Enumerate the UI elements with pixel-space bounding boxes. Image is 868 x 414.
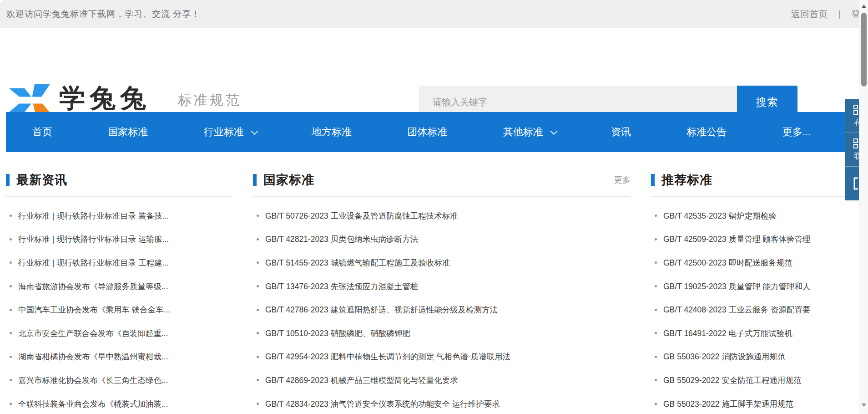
nav-item-national-standards[interactable]: 国家标准 [108,125,148,139]
scrollbar-thumb[interactable] [861,13,867,87]
welcome-text: 欢迎访问学兔兔标准下载网，学习、交流 分享！ [6,0,200,28]
list-item[interactable]: GB/T 42834-2023 油气管道安全仪表系统的功能安全 运行维护要求 [253,392,631,414]
news-list: 行业标准 | 现行铁路行业标准目录 装备技... 行业标准 | 现行铁路行业标准… [6,204,232,414]
list-item[interactable]: 全联科技装备业商会发布《橇装式加油装... [6,392,232,414]
nav-item-more[interactable]: 更多... [782,125,811,139]
section-national-standards: 国家标准 更多 GB/T 50726-2023 工业设备及管道防腐蚀工程技术标准… [253,172,631,414]
list-item[interactable]: GB 55036-2022 消防设施通用规范 [651,345,868,369]
divider [6,196,232,197]
section-latest-news: 最新资讯 行业标准 | 现行铁路行业标准目录 装备技... 行业标准 | 现行铁… [6,172,232,414]
scroll-down-arrow-icon[interactable] [862,404,866,407]
national-standards-list: GB/T 50726-2023 工业设备及管道防腐蚀工程技术标准 GB/T 42… [253,204,631,414]
chevron-down-icon [251,128,258,135]
list-item[interactable]: GB/T 42509-2023 质量管理 顾客体验管理 [651,228,868,251]
section-header: 推荐标准 [651,172,868,188]
list-item[interactable]: GB 55029-2022 安全防范工程通用规范 [651,368,868,392]
list-item[interactable]: 北京市安全生产联合会发布《自装卸起重... [6,322,232,345]
list-item[interactable]: GB/T 19025-2023 质量管理 能力管理和人 [651,275,868,298]
more-link[interactable]: 更多 [614,174,631,185]
section-recommended-standards: 推荐标准 GB/T 42535-2023 锅炉定期检验 GB/T 42509-2… [651,172,868,414]
chevron-down-icon [550,128,557,135]
title-marker [6,174,10,186]
list-item[interactable]: GB/T 50726-2023 工业设备及管道防腐蚀工程技术标准 [253,204,631,228]
list-item[interactable]: GB/T 42500-2023 即时配送服务规范 [651,251,868,275]
divider [253,196,631,197]
list-item[interactable]: 嘉兴市标准化协会发布《长三角生态绿色... [6,368,232,392]
header: 学兔兔 标准规范 搜索 [0,28,868,112]
back-home-link[interactable]: 返回首页 [791,9,828,19]
list-item[interactable]: 湖南省柑橘协会发布《早中熟温州蜜柑栽... [6,345,232,369]
topbar-divider: | [838,9,841,19]
topbar: 欢迎访问学兔兔标准下载网，学习、交流 分享！ 返回首页 | 登录 [0,0,868,28]
list-item[interactable]: 行业标准 | 现行铁路行业标准目录 工程建... [6,251,232,275]
list-item[interactable]: GB/T 16491-2022 电子式万能试验机 [651,322,868,345]
list-item[interactable]: GB/T 10510-2023 硝酸磷肥、硝酸磷钾肥 [253,322,631,345]
title-marker [253,174,257,186]
list-item[interactable]: GB/T 51455-2023 城镇燃气输配工程施工及验收标准 [253,251,631,275]
title-marker [651,174,655,186]
nav-item-industry-standards[interactable]: 行业标准 [204,125,256,139]
list-item[interactable]: GB/T 13476-2023 先张法预应力混凝土管桩 [253,275,631,298]
list-item[interactable]: 行业标准 | 现行铁路行业标准目录 装备技... [6,204,232,228]
section-title: 国家标准 [263,172,314,188]
list-item[interactable]: GB/T 42869-2023 机械产品三维模型简化与轻量化要求 [253,368,631,392]
list-item[interactable]: GB/T 42535-2023 锅炉定期检验 [651,204,868,228]
page: 欢迎访问学兔兔标准下载网，学习、交流 分享！ 返回首页 | 登录 学兔兔 标准规… [0,0,868,414]
nav-item-announcements[interactable]: 标准公告 [686,125,727,139]
brand-tagline: 标准规范 [178,91,242,110]
topbar-links: 返回首页 | 登录 [791,0,868,28]
brand-name[interactable]: 学兔兔 [59,81,151,116]
scroll-up-arrow-icon[interactable] [862,5,866,8]
list-item[interactable]: GB/T 42954-2023 肥料中植物生长调节剂的测定 气相色谱-质谱联用法 [253,345,631,369]
scrollbar [859,0,868,414]
main-nav: 首页 国家标准 行业标准 地方标准 团体标准 其他标准 资讯 标准公告 更多..… [6,112,846,152]
list-item[interactable]: 中国汽车工业协会发布《乘用车 镁合金车... [6,298,232,322]
nav-item-home[interactable]: 首页 [32,125,52,139]
section-header: 国家标准 更多 [253,172,631,188]
recommended-standards-list: GB/T 42535-2023 锅炉定期检验 GB/T 42509-2023 质… [651,204,868,414]
list-item[interactable]: 海南省旅游协会发布《导游服务质量等级... [6,275,232,298]
list-item[interactable]: GB 55023-2022 施工脚手架通用规范 [651,392,868,414]
list-item[interactable]: GB/T 42786-2023 建筑遮阳热舒适、视觉舒适性能分级及检测方法 [253,298,631,322]
nav-item-local-standards[interactable]: 地方标准 [312,125,352,139]
section-title: 最新资讯 [16,172,67,188]
list-item[interactable]: GB/T 42821-2023 贝类包纳米虫病诊断方法 [253,228,631,251]
nav-item-news[interactable]: 资讯 [611,125,631,139]
list-item[interactable]: 行业标准 | 现行铁路行业标准目录 运输服... [6,228,232,251]
list-item[interactable]: GB/T 42408-2023 工业云服务 资源配置要 [651,298,868,322]
divider [651,196,868,197]
section-header: 最新资讯 [6,172,232,188]
nav-item-other-standards[interactable]: 其他标准 [503,125,555,139]
nav-item-group-standards[interactable]: 团体标准 [407,125,447,139]
section-title: 推荐标准 [661,172,712,188]
